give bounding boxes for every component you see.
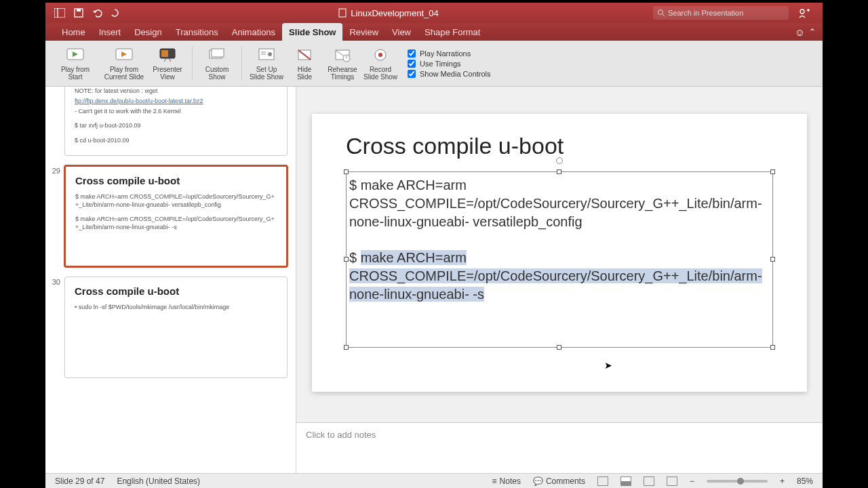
status-bar: Slide 29 of 47 English (United States) ≡… xyxy=(45,473,823,488)
svg-rect-17 xyxy=(212,49,224,57)
record-slideshow-button[interactable]: Record Slide Show xyxy=(361,43,399,84)
play-from-current-button[interactable]: Play from Current Slide xyxy=(100,43,149,84)
paragraph-1[interactable]: $ make ARCH=arm CROSS_COMPILE=/opt/CodeS… xyxy=(349,176,770,231)
undo-icon[interactable] xyxy=(90,5,105,20)
app-window: LinuxDevelopment_04 Search in Presentati… xyxy=(45,3,823,488)
resize-handle[interactable] xyxy=(344,345,349,350)
document-icon xyxy=(338,8,347,18)
svg-rect-4 xyxy=(339,9,346,17)
thumb-text: $ make ARCH=arm CROSS_COMPILE=/opt/CodeS… xyxy=(75,216,277,231)
custom-show-button[interactable]: Custom Show xyxy=(198,43,236,84)
use-timings-checkbox[interactable]: Use Timings xyxy=(408,60,491,68)
content-textbox[interactable]: $ make ARCH=arm CROSS_COMPILE=/opt/CodeS… xyxy=(346,171,773,348)
svg-point-7 xyxy=(800,9,804,14)
menu-animations[interactable]: Animations xyxy=(225,23,282,41)
svg-line-15 xyxy=(169,58,171,62)
play-from-start-button[interactable]: Play from Start xyxy=(51,43,100,84)
menu-design[interactable]: Design xyxy=(127,23,168,41)
slide-card[interactable]: Cross compile u-boot• sudo ln -sf $PWD/t… xyxy=(64,277,288,378)
menu-home[interactable]: Home xyxy=(55,23,92,41)
canvas-area[interactable]: Cross compile u-boot $ make ARCH=arm CRO… xyxy=(296,87,823,422)
slide-thumbnail[interactable]: 30Cross compile u-boot• sudo ln -sf $PWD… xyxy=(50,277,288,378)
feedback-icon[interactable]: ☺ xyxy=(795,26,805,38)
sidebar-toggle-icon[interactable] xyxy=(52,5,67,20)
thumb-text: ftp://ftp.denx.de/pub/u-boot/u-boot-late… xyxy=(75,98,277,106)
hide-slide-button[interactable]: Hide Slide xyxy=(285,43,323,84)
separator xyxy=(192,47,193,81)
show-media-controls-checkbox[interactable]: Show Media Controls xyxy=(408,70,491,78)
thumb-text: - Can't get it to work with the 2.6 Kern… xyxy=(75,108,277,116)
svg-point-5 xyxy=(658,10,663,15)
slide-title[interactable]: Cross compile u-boot xyxy=(346,133,773,159)
search-icon xyxy=(657,9,665,17)
svg-line-14 xyxy=(164,58,166,62)
save-icon[interactable] xyxy=(71,5,86,20)
play-narrations-checkbox[interactable]: Play Narrations xyxy=(408,49,491,58)
resize-handle[interactable] xyxy=(770,345,775,350)
menu-shape-format[interactable]: Shape Format xyxy=(418,23,487,41)
thumb-text: • sudo ln -sf $PWD/tools/mkimage /usr/lo… xyxy=(75,304,277,312)
zoom-in-button[interactable]: + xyxy=(780,476,785,486)
rotate-handle[interactable] xyxy=(556,157,563,164)
svg-rect-3 xyxy=(77,9,81,12)
ribbon: Play from Start Play from Current Slide … xyxy=(45,41,823,87)
menu-transitions[interactable]: Transitions xyxy=(169,23,225,41)
redo-icon[interactable] xyxy=(109,5,120,20)
thumb-text: $ cd u-boot-2010.09 xyxy=(75,137,277,145)
thumb-text: $ make ARCH=arm CROSS_COMPILE=/opt/CodeS… xyxy=(75,193,277,209)
slide-number: 29 xyxy=(50,165,64,267)
zoom-level[interactable]: 85% xyxy=(797,476,813,486)
slide-card[interactable]: Download U-Boot$ wget ftp://ftp.denx.de/… xyxy=(64,87,288,156)
share-icon[interactable] xyxy=(797,5,812,20)
main-body: 28Download U-Boot$ wget ftp://ftp.denx.d… xyxy=(45,87,823,473)
zoom-out-button[interactable]: − xyxy=(690,476,694,486)
slide-number: 28 xyxy=(50,87,64,156)
slide-thumbnail[interactable]: 28Download U-Boot$ wget ftp://ftp.denx.d… xyxy=(50,87,288,156)
mouse-cursor-icon: ➤ xyxy=(604,360,612,371)
notes-pane[interactable]: Click to add notes xyxy=(296,422,823,473)
reading-view-icon[interactable] xyxy=(644,476,654,486)
menu-review[interactable]: Review xyxy=(342,23,385,41)
rehearse-timings-button[interactable]: Rehearse Timings xyxy=(323,43,361,84)
resize-handle[interactable] xyxy=(344,257,349,262)
resize-handle[interactable] xyxy=(344,169,349,174)
zoom-slider[interactable] xyxy=(707,480,768,483)
collapse-ribbon-icon[interactable]: ⌃ xyxy=(809,27,816,37)
slide-thumbnail-panel[interactable]: 28Download U-Boot$ wget ftp://ftp.denx.d… xyxy=(45,87,296,473)
document-title: LinuxDevelopment_04 xyxy=(124,8,653,18)
resize-handle[interactable] xyxy=(770,257,775,262)
ribbon-checkboxes: Play Narrations Use Timings Show Media C… xyxy=(408,49,491,78)
titlebar: LinuxDevelopment_04 Search in Presentati… xyxy=(45,3,823,23)
menu-slide-show[interactable]: Slide Show xyxy=(282,23,342,41)
svg-rect-13 xyxy=(161,50,168,57)
svg-point-29 xyxy=(378,53,382,57)
thumb-title: Cross compile u-boot xyxy=(75,175,277,186)
search-input[interactable]: Search in Presentation xyxy=(653,6,789,20)
slideshow-view-icon[interactable] xyxy=(667,476,677,486)
language-indicator[interactable]: English (United States) xyxy=(117,476,200,486)
slide-thumbnail[interactable]: 29Cross compile u-boot$ make ARCH=arm CR… xyxy=(50,165,288,267)
separator xyxy=(241,47,242,81)
presenter-view-button[interactable]: Presenter View xyxy=(149,43,186,84)
selected-text[interactable]: make ARCH=arm CROSS_COMPILE=/opt/CodeSou… xyxy=(349,250,762,302)
comments-toggle[interactable]: 💬 Comments xyxy=(533,476,585,486)
svg-line-6 xyxy=(663,14,665,16)
sorter-view-icon[interactable] xyxy=(620,476,631,486)
menu-view[interactable]: View xyxy=(385,23,418,41)
svg-rect-0 xyxy=(54,8,65,18)
slide-canvas[interactable]: Cross compile u-boot $ make ARCH=arm CRO… xyxy=(312,114,807,392)
notes-toggle[interactable]: ≡ Notes xyxy=(492,476,521,486)
paragraph-2[interactable]: $ make ARCH=arm CROSS_COMPILE=/opt/CodeS… xyxy=(349,249,770,304)
setup-slideshow-button[interactable]: Set Up Slide Show xyxy=(248,43,285,84)
thumb-text: NOTE: for latest version : wget xyxy=(75,87,277,96)
menu-insert[interactable]: Insert xyxy=(92,23,128,41)
resize-handle[interactable] xyxy=(557,345,561,350)
thumb-text: $ tar xvfj u-boot-2010.09 xyxy=(75,122,277,130)
resize-handle[interactable] xyxy=(770,169,775,174)
slide-card[interactable]: Cross compile u-boot$ make ARCH=arm CROS… xyxy=(64,165,288,267)
svg-point-21 xyxy=(268,52,272,56)
slide-editor: Cross compile u-boot $ make ARCH=arm CRO… xyxy=(296,87,823,473)
thumb-title: Cross compile u-boot xyxy=(75,285,277,297)
resize-handle[interactable] xyxy=(557,169,561,174)
normal-view-icon[interactable] xyxy=(597,476,608,486)
